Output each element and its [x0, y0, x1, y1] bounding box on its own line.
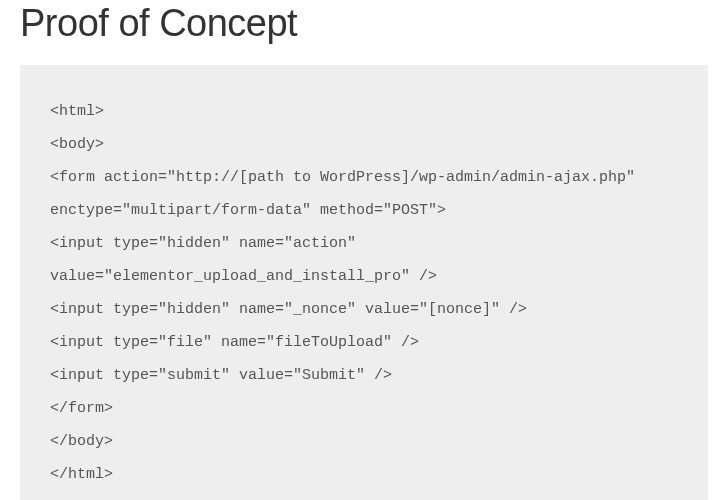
document-container: Proof of Concept <html> <body> <form act… [0, 2, 728, 500]
code-content: <html> <body> <form action="http://[path… [50, 95, 678, 491]
page-title: Proof of Concept [20, 2, 708, 45]
code-block: <html> <body> <form action="http://[path… [20, 65, 708, 500]
